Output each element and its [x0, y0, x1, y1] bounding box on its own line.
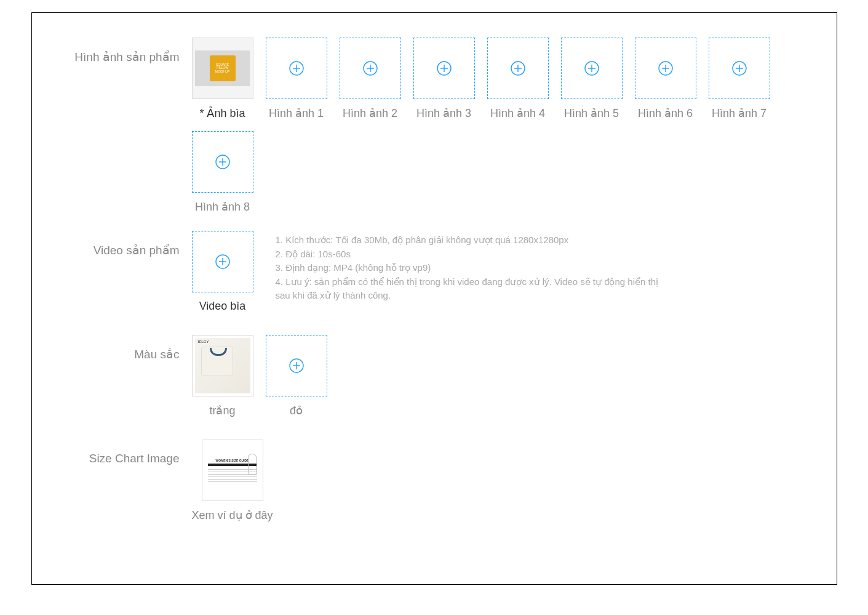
- color-slot-white: IELGY trắng: [192, 335, 253, 417]
- color-white-label: trắng: [209, 404, 235, 417]
- pillow-icon: SQUAREPILLOWMOCK-UP: [210, 55, 236, 81]
- label-color: Màu sắc: [50, 335, 192, 361]
- image-slot-3-label: Hình ảnh 3: [416, 107, 471, 120]
- image-slot-4-box[interactable]: [487, 38, 549, 99]
- image-slot-2-box[interactable]: [340, 38, 401, 99]
- image-slot-7-box[interactable]: [709, 38, 770, 99]
- image-slot-5-box[interactable]: [561, 38, 623, 99]
- image-slot-2-label: Hình ảnh 2: [343, 107, 397, 120]
- color-slot-white-box[interactable]: IELGY: [192, 335, 253, 396]
- row-size-chart: Size Chart Image WOMEN'S SIZE GUIDE Xem …: [50, 440, 818, 522]
- plus-icon: [289, 358, 305, 374]
- image-slot-5-label: Hình ảnh 5: [564, 107, 619, 120]
- image-slot-4: Hình ảnh 4: [487, 38, 549, 120]
- image-slot-3: Hình ảnh 3: [413, 38, 475, 120]
- image-slot-6-label: Hình ảnh 6: [638, 107, 693, 120]
- image-slot-cover-box[interactable]: SQUAREPILLOWMOCK-UP: [192, 38, 253, 99]
- image-slot-2: Hình ảnh 2: [340, 38, 401, 120]
- row-product-images: Hình ảnh sản phẩm SQUAREPILLOWMOCK-UP * …: [50, 38, 818, 120]
- color-slot-red: đỏ: [266, 335, 327, 417]
- image-slot-8: Hình ảnh 8: [192, 131, 253, 214]
- image-slot-cover: SQUAREPILLOWMOCK-UP * Ảnh bìa: [192, 38, 253, 120]
- plus-icon: [584, 60, 600, 76]
- cover-image-thumb: SQUAREPILLOWMOCK-UP: [195, 50, 249, 87]
- row-color: Màu sắc IELGY trắng đỏ: [50, 335, 818, 417]
- video-hints: 1. Kích thước: Tối đa 30Mb, độ phân giải…: [276, 231, 669, 313]
- image-slot-3-box[interactable]: [413, 38, 475, 99]
- size-chart-box[interactable]: WOMEN'S SIZE GUIDE: [202, 440, 263, 501]
- plus-icon: [731, 60, 747, 76]
- label-size-chart: Size Chart Image: [50, 440, 192, 465]
- image-slot-7-label: Hình ảnh 7: [712, 107, 766, 120]
- video-hint-3: 3. Định dạng: MP4 (không hỗ trợ vp9): [276, 261, 669, 275]
- video-hint-2: 2. Độ dài: 10s-60s: [276, 247, 669, 262]
- label-product-video: Video sản phẩm: [50, 231, 192, 257]
- product-images-grid: SQUAREPILLOWMOCK-UP * Ảnh bìa Hình ảnh 1…: [192, 38, 818, 120]
- row-product-images-2: Hình ảnh 8: [50, 131, 818, 214]
- image-slot-1-label: Hình ảnh 1: [269, 107, 324, 120]
- color-red-label: đỏ: [290, 404, 303, 417]
- size-chart-slot: WOMEN'S SIZE GUIDE Xem ví dụ ở đây: [192, 440, 273, 522]
- image-slot-5: Hình ảnh 5: [561, 38, 623, 120]
- image-slot-6: Hình ảnh 6: [635, 38, 696, 120]
- plus-icon: [658, 60, 674, 76]
- video-hint-1: 1. Kích thước: Tối đa 30Mb, độ phân giải…: [276, 233, 669, 247]
- plus-icon: [362, 60, 378, 76]
- plus-icon: [436, 60, 452, 76]
- row-product-video: Video sản phẩm Video bìa 1. Kích thước: …: [50, 231, 818, 313]
- video-slot-box[interactable]: [192, 231, 253, 292]
- plus-icon: [215, 154, 231, 170]
- image-slot-cover-label: * Ảnh bìa: [199, 107, 245, 120]
- video-hint-4: 4. Lưu ý: sản phẩm có thể hiển thị trong…: [276, 275, 669, 303]
- image-slot-1: Hình ảnh 1: [266, 38, 327, 120]
- plus-icon: [215, 254, 231, 270]
- sweater-thumb: IELGY: [195, 338, 250, 393]
- form-container: Hình ảnh sản phẩm SQUAREPILLOWMOCK-UP * …: [31, 12, 837, 585]
- image-slot-6-box[interactable]: [635, 38, 696, 99]
- color-slot-red-box[interactable]: [266, 335, 327, 396]
- image-slot-4-label: Hình ảnh 4: [490, 107, 545, 120]
- label-product-images: Hình ảnh sản phẩm: [50, 38, 192, 64]
- plus-icon: [510, 60, 526, 76]
- video-slot: Video bìa: [192, 231, 253, 313]
- plus-icon: [289, 60, 305, 76]
- video-slot-label: Video bìa: [199, 300, 246, 313]
- image-slot-7: Hình ảnh 7: [709, 38, 770, 120]
- image-slot-1-box[interactable]: [266, 38, 327, 99]
- size-chart-link[interactable]: Xem ví dụ ở đây: [192, 508, 273, 522]
- image-slot-8-label: Hình ảnh 8: [195, 200, 250, 214]
- image-slot-8-box[interactable]: [192, 131, 253, 193]
